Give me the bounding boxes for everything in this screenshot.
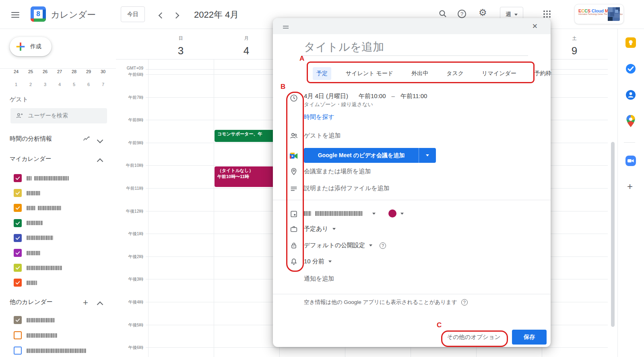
day-header[interactable]: 月4 xyxy=(228,35,264,57)
my-calendars-collapse-icon[interactable] xyxy=(98,158,102,165)
calendar-event[interactable]: （タイトルなし）午前10時〜11時 xyxy=(215,166,276,187)
mini-calendar-day[interactable]: 3 xyxy=(39,82,51,87)
mini-calendar-day[interactable]: 7 xyxy=(97,82,109,87)
mini-calendar-day[interactable]: 4 xyxy=(54,82,65,87)
calendar-checkbox[interactable] xyxy=(14,279,22,287)
mini-calendar-day[interactable]: 2 xyxy=(25,82,36,87)
mini-calendar-day[interactable]: 26 xyxy=(39,69,51,74)
calendar-list-item[interactable] xyxy=(14,346,86,355)
help-icon[interactable]: ? xyxy=(458,10,466,18)
calendar-list-item[interactable] xyxy=(14,278,37,287)
next-week-icon[interactable] xyxy=(174,12,178,19)
drag-handle-icon[interactable] xyxy=(283,25,289,30)
zoom-icon[interactable] xyxy=(625,156,636,166)
meet-options-dropdown[interactable] xyxy=(419,148,436,163)
grid-scrollbar[interactable] xyxy=(611,142,615,327)
save-button[interactable]: 保存 xyxy=(512,330,547,345)
calendar-select-row[interactable] xyxy=(304,209,404,218)
mini-calendar-day[interactable]: 25 xyxy=(25,69,36,74)
mini-calendar-day[interactable]: 30 xyxy=(97,69,109,74)
find-time-link[interactable]: 時間を探す xyxy=(304,113,334,121)
main-menu-icon[interactable] xyxy=(11,10,19,19)
timezone-note[interactable]: タイムゾーン・繰り返さない xyxy=(304,101,373,108)
contacts-icon[interactable] xyxy=(625,90,636,100)
calendar-checkbox[interactable] xyxy=(14,249,22,257)
calendar-checkbox[interactable] xyxy=(14,189,22,197)
day-header[interactable]: 土9 xyxy=(556,35,592,57)
calendar-list-item[interactable] xyxy=(14,203,61,212)
settings-gear-icon[interactable]: ⚙ xyxy=(479,8,487,17)
calendar-list-item[interactable] xyxy=(14,234,53,242)
title-input[interactable]: タイトルを追加 xyxy=(304,39,384,55)
add-description-field[interactable]: 説明または添付ファイルを追加 xyxy=(304,185,390,192)
add-meet-button[interactable]: Google Meet のビデオ会議を追加 xyxy=(304,148,419,163)
visibility-select[interactable]: デフォルトの公開設定 ? xyxy=(304,242,386,249)
chevron-down-icon xyxy=(400,213,404,215)
event-type-tab[interactable]: リマインダー xyxy=(478,67,520,80)
add-addon-icon[interactable]: + xyxy=(627,181,633,192)
calendar-list-item[interactable] xyxy=(14,219,43,228)
calendar-checkbox[interactable] xyxy=(14,347,22,355)
mini-calendar-day[interactable]: 29 xyxy=(83,69,94,74)
account-button[interactable]: ECCS Cloud Mail Information Technology C… xyxy=(574,4,624,24)
calendar-event[interactable]: コモンサポーター、午 xyxy=(215,130,276,142)
calendar-color-dot[interactable] xyxy=(388,209,396,217)
more-options-button[interactable]: その他のオプション xyxy=(444,333,504,342)
search-icon[interactable] xyxy=(438,9,448,18)
time-label: 午後1時 xyxy=(116,231,143,237)
calendar-list-item[interactable] xyxy=(14,331,57,340)
redacted-calendar-name xyxy=(27,176,32,181)
mini-calendar-day[interactable]: 27 xyxy=(54,69,65,74)
keep-icon[interactable] xyxy=(625,37,636,48)
calendar-checkbox[interactable] xyxy=(14,174,22,182)
event-type-tab[interactable]: タスク xyxy=(443,67,467,80)
end-time[interactable]: 午前11:00 xyxy=(400,92,427,100)
add-other-calendar-icon[interactable]: + xyxy=(83,298,88,308)
search-users-input[interactable]: ユーザーを検索 xyxy=(10,108,107,123)
maps-icon[interactable] xyxy=(626,115,635,127)
calendar-list-item[interactable] xyxy=(14,248,40,257)
event-type-tab[interactable]: 予定 xyxy=(313,67,331,80)
today-button[interactable]: 今日 xyxy=(121,6,145,22)
event-date[interactable]: 4月 4日 (月曜日) xyxy=(304,92,348,100)
tasks-icon[interactable] xyxy=(625,64,636,74)
calendar-list-item[interactable] xyxy=(14,174,69,183)
mini-calendar-day[interactable]: 28 xyxy=(68,69,80,74)
mini-calendar-day[interactable]: 6 xyxy=(83,82,94,87)
mini-calendar-day[interactable]: 1 xyxy=(10,82,22,87)
google-apps-icon[interactable] xyxy=(543,10,551,18)
start-time[interactable]: 午前10:00 xyxy=(359,92,386,100)
availability-help-icon[interactable]: ? xyxy=(461,299,468,306)
multicolor-plus-icon xyxy=(15,41,26,52)
insights-label: 時間の分析情報 xyxy=(10,135,52,143)
dialog-drag-bar[interactable]: ✕ xyxy=(273,18,551,34)
event-type-tab[interactable]: サイレント モード xyxy=(342,67,397,80)
prev-week-icon[interactable] xyxy=(159,12,164,19)
calendar-list-item[interactable] xyxy=(14,189,40,197)
visibility-help-icon[interactable]: ? xyxy=(380,242,386,249)
event-type-tab[interactable]: 外出中 xyxy=(408,67,432,80)
calendar-checkbox[interactable] xyxy=(14,234,22,242)
calendar-checkbox[interactable] xyxy=(14,204,22,212)
busy-status-select[interactable]: 予定あり xyxy=(304,225,336,233)
add-guests-field[interactable]: ゲストを追加 xyxy=(304,132,341,140)
close-icon[interactable]: ✕ xyxy=(532,22,538,31)
calendar-list-item[interactable] xyxy=(14,263,62,272)
calendar-checkbox[interactable] xyxy=(14,219,22,227)
insights-chevron-icon[interactable] xyxy=(98,137,102,144)
reminder-select[interactable]: 10 分前 xyxy=(304,258,332,265)
other-calendars-collapse-icon[interactable] xyxy=(98,301,102,308)
mini-calendar-day[interactable]: 5 xyxy=(68,82,80,87)
add-notification-button[interactable]: 通知を追加 xyxy=(304,275,334,283)
calendar-list-item[interactable] xyxy=(14,316,55,324)
datetime-row[interactable]: 4月 4日 (月曜日) 午前10:00 – 午前11:00 xyxy=(304,92,427,100)
day-header[interactable]: 日3 xyxy=(163,35,199,57)
create-button[interactable]: 作成 xyxy=(10,37,52,56)
mini-calendar-day[interactable]: 24 xyxy=(10,69,22,74)
calendar-checkbox[interactable] xyxy=(14,264,22,272)
event-type-tab[interactable]: 予約枠 xyxy=(531,67,555,80)
calendar-app-icon[interactable]: 8 xyxy=(31,6,46,22)
calendar-checkbox[interactable] xyxy=(14,316,22,324)
calendar-checkbox[interactable] xyxy=(14,331,22,339)
add-location-field[interactable]: 会議室または場所を追加 xyxy=(304,168,371,175)
